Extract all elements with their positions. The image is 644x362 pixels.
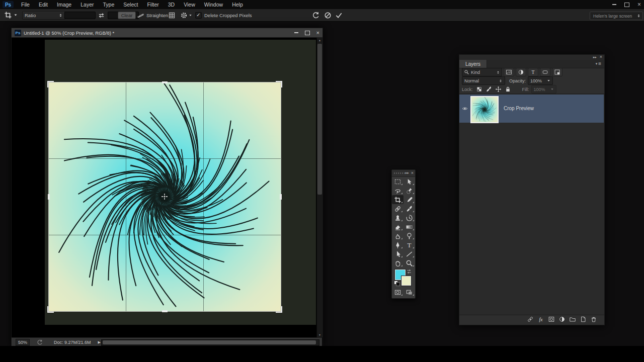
screen-mode-button[interactable] [404, 288, 415, 297]
clone-stamp-tool[interactable] [392, 213, 404, 222]
eyedropper-tool[interactable] [404, 195, 415, 204]
close-panel-icon[interactable]: × [411, 171, 414, 175]
menu-item-window[interactable]: Window [200, 0, 227, 9]
workspace-switcher[interactable]: Helen's large screen [590, 12, 643, 20]
menu-item-select[interactable]: Select [119, 0, 142, 9]
smudge-tool[interactable] [392, 231, 404, 240]
menu-item-view[interactable]: View [179, 0, 200, 9]
cancel-crop-button[interactable] [324, 9, 332, 21]
scroll-up-icon[interactable]: ▲ [317, 39, 323, 42]
tool-preset-button[interactable] [4, 9, 18, 21]
new-layer-button[interactable] [580, 316, 587, 325]
layer-thumbnail[interactable] [470, 96, 499, 123]
lock-position-button[interactable] [495, 86, 502, 93]
crop-handle-bottom[interactable] [162, 310, 168, 312]
opacity-field[interactable]: 100% [528, 76, 553, 85]
menu-item-layer[interactable]: Layer [76, 0, 98, 9]
commit-crop-button[interactable] [335, 9, 343, 21]
menu-item-type[interactable]: Type [98, 0, 119, 9]
panel-menu-icon[interactable]: ▾≡ [596, 61, 601, 66]
crop-handle-top[interactable] [162, 81, 168, 83]
filter-shape-layers-button[interactable] [540, 68, 550, 76]
crop-pivot-icon[interactable] [160, 193, 169, 201]
app-restore-icon[interactable] [624, 3, 629, 7]
link-layers-button[interactable] [527, 316, 534, 325]
blend-mode-dropdown[interactable]: Normal [462, 76, 505, 85]
filter-kind-dropdown[interactable]: Kind [462, 68, 502, 76]
menu-item-3d[interactable]: 3D [164, 0, 179, 9]
crop-handle-bottom-left[interactable] [47, 306, 54, 313]
horizontal-scrollbar[interactable] [101, 339, 319, 346]
menu-item-filter[interactable]: Filter [142, 0, 163, 9]
crop-settings-button[interactable] [180, 9, 192, 21]
filter-pixel-layers-button[interactable] [504, 68, 514, 76]
fill-field[interactable]: 100% [531, 85, 556, 94]
new-adjustment-layer-button[interactable] [558, 316, 566, 325]
path-selection-tool[interactable] [392, 249, 404, 258]
aspect-ratio-dropdown[interactable]: Ratio [22, 11, 65, 20]
default-colors-icon[interactable] [394, 281, 399, 286]
app-close-icon[interactable]: × [637, 2, 641, 8]
crop-tool[interactable] [392, 195, 404, 204]
overlay-options-button[interactable] [168, 9, 176, 21]
background-color-swatch[interactable] [401, 276, 411, 286]
gradient-tool[interactable] [404, 222, 415, 231]
line-tool[interactable] [404, 249, 415, 258]
layer-style-button[interactable]: fx [537, 316, 544, 325]
spot-healing-tool[interactable] [392, 204, 404, 213]
clear-button[interactable]: Clear [118, 12, 136, 19]
quick-selection-tool[interactable] [404, 186, 415, 195]
tools-panel-header[interactable]: ▸▸ × [392, 170, 415, 177]
tab-layers[interactable]: Layers [459, 60, 487, 68]
history-brush-tool[interactable] [404, 213, 415, 222]
app-minimize-icon[interactable] [612, 4, 616, 5]
menu-item-image[interactable]: Image [52, 0, 76, 9]
menu-item-file[interactable]: File [17, 0, 34, 9]
crop-handle-top-left[interactable] [47, 81, 54, 87]
type-tool[interactable]: T [404, 240, 415, 249]
crop-handle-right[interactable] [280, 194, 282, 200]
lock-pixels-button[interactable] [486, 86, 492, 93]
crop-preview-canvas[interactable] [49, 82, 281, 311]
pen-tool[interactable] [392, 240, 404, 249]
delete-layer-button[interactable] [590, 316, 597, 325]
quick-mask-button[interactable] [392, 288, 404, 297]
layers-panel-titlebar[interactable]: ▸▸ × [459, 55, 604, 60]
delete-cropped-pixels-checkbox[interactable]: ✓ Delete Cropped Pixels [195, 9, 252, 21]
zoom-tool[interactable] [404, 258, 415, 267]
status-flyout-icon[interactable]: ▶ [98, 340, 101, 344]
add-mask-button[interactable] [548, 316, 555, 325]
doc-minimize-icon[interactable] [294, 32, 298, 33]
hand-tool[interactable] [392, 258, 404, 267]
swap-dimensions-button[interactable] [98, 9, 105, 21]
filter-adjustment-layers-button[interactable] [516, 68, 526, 76]
collapse-panel-icon[interactable]: ▸▸ [406, 171, 409, 175]
crop-handle-left[interactable] [48, 194, 50, 200]
collapse-panel-icon[interactable]: ▸▸ [593, 55, 597, 59]
swap-colors-icon[interactable] [406, 268, 412, 275]
lock-transparency-button[interactable] [476, 86, 482, 93]
close-panel-icon[interactable]: × [600, 55, 602, 59]
crop-handle-bottom-right[interactable] [276, 306, 282, 313]
lasso-tool[interactable] [392, 186, 404, 195]
filter-type-layers-button[interactable]: T [528, 68, 538, 76]
menu-item-help[interactable]: Help [227, 0, 248, 9]
doc-maximize-icon[interactable] [305, 31, 310, 35]
document-title-bar[interactable]: Ps Untitled-1 @ 50% (Crop Preview, RGB/8… [12, 28, 323, 38]
horizontal-scrollbar-thumb[interactable] [103, 340, 316, 344]
new-group-button[interactable] [569, 316, 576, 325]
doc-close-icon[interactable]: × [316, 30, 319, 36]
filter-smart-objects-button[interactable] [552, 68, 562, 76]
move-tool[interactable] [404, 177, 415, 186]
rectangular-marquee-tool[interactable] [392, 177, 404, 186]
layer-row-crop-preview[interactable]: Crop Preview [459, 95, 604, 123]
lock-all-button[interactable] [505, 86, 511, 93]
eraser-tool[interactable] [392, 222, 404, 231]
vertical-scrollbar[interactable]: ▲ ▼ [316, 38, 323, 337]
crop-handle-top-right[interactable] [276, 81, 282, 87]
crop-width-input[interactable] [64, 12, 96, 19]
vertical-scrollbar-thumb[interactable] [317, 44, 322, 195]
brush-tool[interactable] [404, 204, 415, 213]
layer-visibility-toggle[interactable] [459, 95, 471, 123]
dodge-tool[interactable] [404, 231, 415, 240]
